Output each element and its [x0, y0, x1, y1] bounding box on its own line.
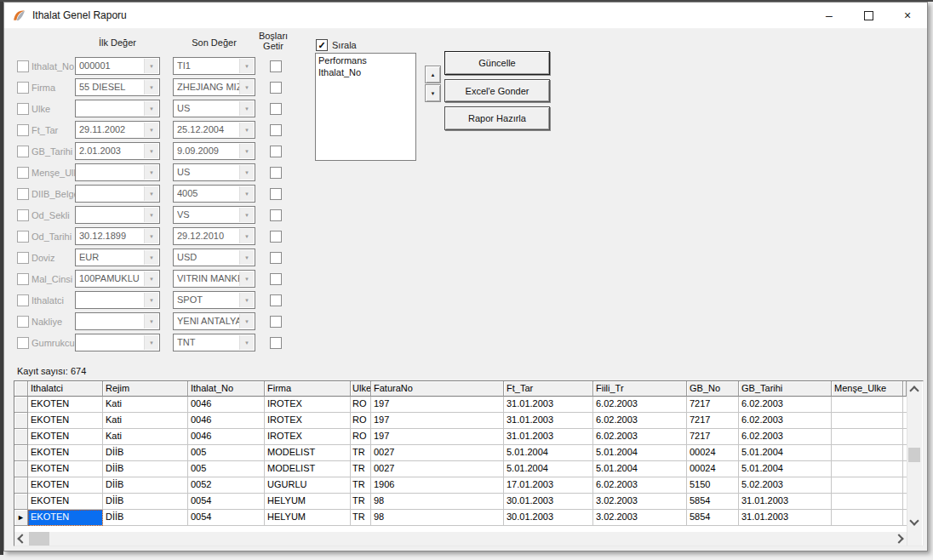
- grid-cell[interactable]: DİİB: [103, 477, 188, 494]
- last-value-combo[interactable]: US▼: [173, 163, 255, 181]
- chevron-down-icon[interactable]: ▼: [239, 293, 254, 307]
- grid-cell[interactable]: 0027: [371, 461, 504, 477]
- grid-cell[interactable]: 31.01.2003: [504, 397, 593, 413]
- grid-cell[interactable]: MODELIST: [265, 445, 351, 461]
- grid-cell[interactable]: MODELIST: [265, 461, 351, 477]
- grid-cell[interactable]: TR: [351, 510, 371, 526]
- chevron-down-icon[interactable]: ▼: [239, 165, 254, 180]
- column-header[interactable]: Firma: [265, 381, 351, 397]
- grid-cell[interactable]: RO: [351, 429, 371, 445]
- grid-cell[interactable]: [832, 461, 903, 477]
- maximize-button[interactable]: [849, 3, 888, 28]
- chevron-down-icon[interactable]: ▼: [144, 335, 158, 350]
- grid-cell[interactable]: DİİB: [103, 494, 188, 510]
- grid-cell[interactable]: 0052: [188, 477, 265, 494]
- update-button[interactable]: Güncelle: [444, 51, 550, 75]
- grid-cell[interactable]: 005: [188, 461, 265, 477]
- filter-enable-checkbox[interactable]: [17, 252, 29, 264]
- grid-cell[interactable]: 17.01.2003: [504, 477, 593, 494]
- blanks-checkbox[interactable]: [270, 103, 282, 115]
- grid-cell[interactable]: 6.02.2003: [593, 413, 687, 429]
- grid-cell[interactable]: 00024: [687, 445, 739, 461]
- grid-cell[interactable]: 6.02.2003: [593, 477, 687, 494]
- column-header[interactable]: Menşe_Ulke: [832, 381, 903, 397]
- last-value-combo[interactable]: 29.12.2010▼: [173, 227, 255, 245]
- grid-cell[interactable]: 31.01.2003: [739, 510, 832, 526]
- grid-cell[interactable]: 31.01.2003: [504, 429, 593, 445]
- last-value-combo[interactable]: TNT▼: [173, 334, 255, 351]
- grid-cell[interactable]: 197: [371, 413, 504, 429]
- blanks-checkbox[interactable]: [270, 252, 282, 264]
- list-item[interactable]: Performans: [316, 54, 415, 66]
- grid-cell[interactable]: 5.01.2004: [504, 461, 593, 477]
- filter-enable-checkbox[interactable]: [17, 82, 29, 94]
- grid-cell[interactable]: 5854: [687, 510, 739, 526]
- grid-cell[interactable]: TR: [351, 461, 371, 477]
- last-value-combo[interactable]: ZHEJIANG MIZI▼: [173, 78, 255, 96]
- chevron-down-icon[interactable]: ▼: [239, 144, 254, 158]
- move-down-button[interactable]: ▼: [425, 84, 441, 102]
- blanks-checkbox[interactable]: [270, 294, 282, 306]
- filter-enable-checkbox[interactable]: [17, 231, 29, 243]
- chevron-down-icon[interactable]: ▼: [239, 80, 254, 94]
- chevron-down-icon[interactable]: ▼: [239, 59, 254, 73]
- last-value-combo[interactable]: 25.12.2004▼: [173, 121, 255, 139]
- blanks-checkbox[interactable]: [270, 231, 282, 243]
- filter-enable-checkbox[interactable]: [17, 294, 29, 306]
- chevron-down-icon[interactable]: ▼: [144, 186, 158, 201]
- sort-fields-listbox[interactable]: Performans Ithalat_No: [315, 53, 416, 161]
- first-value-combo[interactable]: EUR▼: [75, 249, 160, 266]
- first-value-combo[interactable]: ▼: [75, 206, 160, 224]
- grid-cell[interactable]: EKOTEN: [28, 429, 103, 445]
- column-header[interactable]: Ft_Tar: [504, 381, 593, 397]
- grid-cell[interactable]: 0054: [188, 510, 265, 526]
- chevron-down-icon[interactable]: ▼: [144, 271, 158, 286]
- blanks-checkbox[interactable]: [270, 337, 282, 349]
- column-header[interactable]: GB_Tarihi: [739, 381, 832, 397]
- grid-cell[interactable]: 1906: [371, 477, 504, 494]
- filter-enable-checkbox[interactable]: [17, 124, 29, 136]
- blanks-checkbox[interactable]: [270, 209, 282, 221]
- chevron-down-icon[interactable]: ▼: [239, 314, 254, 329]
- grid-cell[interactable]: EKOTEN: [28, 397, 103, 413]
- filter-enable-checkbox[interactable]: [17, 188, 29, 200]
- blanks-checkbox[interactable]: [270, 124, 282, 136]
- first-value-combo[interactable]: ▼: [75, 163, 160, 181]
- chevron-down-icon[interactable]: ▼: [239, 208, 254, 222]
- grid-cell[interactable]: 0054: [188, 494, 265, 510]
- column-header[interactable]: GB_No: [687, 381, 739, 397]
- h-scroll-thumb[interactable]: [29, 532, 49, 546]
- grid-cell[interactable]: 30.01.2003: [504, 494, 593, 510]
- export-excel-button[interactable]: Excel'e Gonder: [444, 79, 550, 102]
- grid-cell[interactable]: 0046: [188, 397, 265, 413]
- grid-cell[interactable]: TR: [351, 445, 371, 461]
- first-value-combo[interactable]: ▼: [75, 334, 160, 351]
- grid-cell[interactable]: HELYUM: [265, 510, 351, 526]
- grid-cell[interactable]: 5.01.2004: [739, 461, 832, 477]
- first-value-combo[interactable]: ▼: [75, 312, 160, 330]
- grid-cell[interactable]: 6.02.2003: [739, 413, 832, 429]
- grid-cell[interactable]: RO: [351, 397, 371, 413]
- first-value-combo[interactable]: ▼: [75, 100, 160, 117]
- grid-cell-selected[interactable]: EKOTEN: [28, 510, 103, 526]
- column-header[interactable]: Rejim: [103, 381, 188, 397]
- v-scroll-thumb[interactable]: [908, 448, 920, 462]
- first-value-combo[interactable]: ▼: [75, 185, 160, 203]
- grid-cell[interactable]: Kati: [103, 429, 188, 445]
- chevron-down-icon[interactable]: ▼: [239, 229, 254, 243]
- grid-cell[interactable]: 98: [371, 494, 504, 510]
- grid-cell[interactable]: [832, 429, 903, 445]
- scroll-left-icon[interactable]: [14, 532, 28, 546]
- filter-enable-checkbox[interactable]: [17, 167, 29, 179]
- grid-cell[interactable]: IROTEX: [265, 429, 351, 445]
- column-header[interactable]: Fiili_Tr: [593, 381, 687, 397]
- filter-enable-checkbox[interactable]: [17, 337, 29, 349]
- grid-cell[interactable]: 5.02.2003: [739, 477, 832, 494]
- chevron-down-icon[interactable]: ▼: [239, 271, 254, 286]
- grid-cell[interactable]: 7217: [687, 429, 739, 445]
- first-value-combo[interactable]: 30.12.1899▼: [75, 227, 160, 245]
- chevron-down-icon[interactable]: ▼: [239, 186, 254, 201]
- grid-cell[interactable]: 197: [371, 397, 504, 413]
- blanks-checkbox[interactable]: [270, 146, 282, 157]
- chevron-down-icon[interactable]: ▼: [144, 144, 158, 158]
